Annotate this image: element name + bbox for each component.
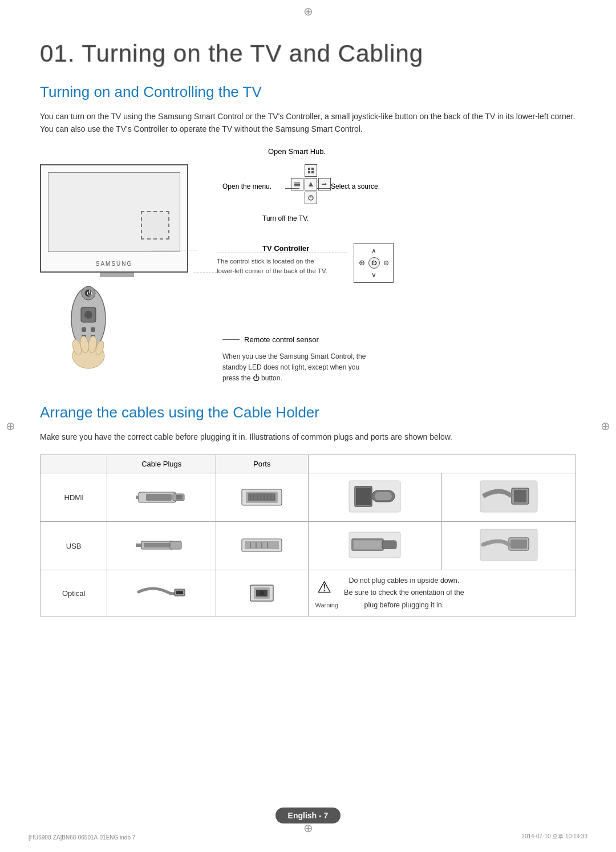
ann-tv-controller: TV Controller xyxy=(262,244,309,253)
table-row: HDMI xyxy=(40,473,576,522)
svg-rect-20 xyxy=(294,184,300,185)
reg-mark-right: ⊕ xyxy=(601,419,610,433)
svg-rect-70 xyxy=(176,591,183,594)
col-cable-plugs-header: Cable Plugs xyxy=(107,455,216,473)
reg-mark-left: ⊕ xyxy=(6,419,15,433)
ann-open-menu: Open the menu. xyxy=(222,182,271,190)
optical-port-cell xyxy=(216,570,308,616)
section2-title: Arrange the cables using the Cable Holde… xyxy=(40,404,576,421)
tv-section: SAMSUNG xyxy=(40,147,217,392)
tv-illustration: SAMSUNG xyxy=(40,164,188,273)
cable-table: Cable Plugs Ports HDMI xyxy=(40,455,576,616)
svg-rect-19 xyxy=(294,182,300,184)
controller-buttons xyxy=(291,164,331,204)
page: ⊕ ⊕ ⊕ ⊕ 01. Turning on the TV and Cablin… xyxy=(0,0,616,852)
warning-text: Do not plug cables in upside down. Be su… xyxy=(344,575,464,611)
svg-rect-51 xyxy=(514,490,526,502)
reg-mark-top: ⊕ xyxy=(303,5,313,18)
ctrl-power-icon: ⏻ xyxy=(368,257,380,269)
svg-rect-6 xyxy=(91,327,95,332)
section2-body: Make sure you have the correct cable bef… xyxy=(40,431,576,443)
section1-body: You can turn on the TV using the Samsung… xyxy=(40,110,576,136)
dotted-line-controller xyxy=(194,273,217,273)
open-menu-line xyxy=(285,188,299,189)
svg-rect-31 xyxy=(176,495,183,500)
hdmi-photo-1 xyxy=(308,473,442,522)
table-row: Optical xyxy=(40,570,576,616)
ann-select-source: Select a source. xyxy=(331,182,380,190)
usb-photo-plug-svg xyxy=(343,526,406,563)
svg-rect-65 xyxy=(382,541,396,549)
dotted-line-sensor xyxy=(152,250,197,250)
ann-turn-off: Turn off the TV. xyxy=(262,214,309,222)
usb-plug-cell xyxy=(107,522,216,570)
svg-rect-27 xyxy=(310,196,311,197)
svg-rect-5 xyxy=(82,327,86,332)
svg-rect-46 xyxy=(356,488,371,505)
svg-rect-48 xyxy=(375,492,392,500)
svg-rect-21 xyxy=(294,185,300,186)
warning-cell: ⚠ Warning Do not plug cables in upside d… xyxy=(308,570,576,616)
svg-rect-54 xyxy=(170,541,181,549)
remote-control-area: ⏻ xyxy=(57,282,120,375)
svg-rect-16 xyxy=(311,168,314,170)
optical-plug-cell xyxy=(107,570,216,616)
svg-point-74 xyxy=(260,591,264,595)
footer-file-info: [HU6900-ZA]BN68-06501A-01ENG.indb 7 xyxy=(29,834,135,841)
col-label-header xyxy=(40,455,107,473)
svg-point-4 xyxy=(84,311,92,319)
remote-svg: ⏻ xyxy=(57,282,120,373)
svg-rect-64 xyxy=(354,541,382,549)
page-title: 01. Turning on the TV and Cabling xyxy=(40,40,576,67)
hdmi-photo-port-svg xyxy=(477,478,540,515)
section1-title: Turning on and Controlling the TV xyxy=(40,83,576,101)
col-ports-header: Ports xyxy=(216,455,308,473)
svg-marker-24 xyxy=(325,183,327,185)
ann-remote-sensor-label: Remote control sensor xyxy=(222,335,319,346)
usb-photo-port-svg xyxy=(477,526,540,563)
svg-rect-68 xyxy=(510,539,527,549)
svg-rect-18 xyxy=(311,171,314,173)
ann-open-smart-hub: Open Smart Hub. xyxy=(268,147,326,156)
hdmi-label: HDMI xyxy=(40,473,107,522)
footer-badge: English - 7 xyxy=(275,808,341,823)
hdmi-port-cell xyxy=(216,473,308,522)
hdmi-plug-svg xyxy=(136,484,187,509)
hdmi-photo-plug-svg xyxy=(343,478,406,515)
optical-plug-svg xyxy=(136,579,187,605)
warning-label: Warning xyxy=(315,601,339,611)
footer-date: 2014-07-10 오후 10:19:33 xyxy=(521,833,587,841)
ctrl-up-icon: ∧ xyxy=(371,247,376,255)
svg-rect-53 xyxy=(144,543,171,547)
svg-rect-17 xyxy=(308,171,310,173)
tv-controller-physical: ∧ ⊕ ⏻ ⊖ ∨ xyxy=(354,243,394,283)
annotations-section: Open Smart Hub. xyxy=(217,147,576,392)
dotted-tv-ctrl xyxy=(217,253,348,253)
diagram-container: SAMSUNG xyxy=(40,147,576,392)
usb-port-svg xyxy=(239,532,285,558)
ctrl-right-icon: ⊖ xyxy=(383,259,389,267)
tv-stand xyxy=(100,273,134,277)
ctrl-down-icon: ∨ xyxy=(371,271,376,279)
svg-rect-29 xyxy=(146,494,172,501)
usb-photo-2 xyxy=(442,522,576,570)
usb-plug-svg xyxy=(136,532,187,558)
optical-label: Optical xyxy=(40,570,107,616)
select-source-line xyxy=(317,188,331,189)
cable-section: Arrange the cables using the Cable Holde… xyxy=(40,404,576,616)
svg-rect-15 xyxy=(308,168,310,170)
col-photos-header xyxy=(308,455,576,473)
usb-label: USB xyxy=(40,522,107,570)
usb-port-cell xyxy=(216,522,308,570)
usb-photo-1 xyxy=(308,522,442,570)
joystick-box xyxy=(141,211,169,240)
samsung-label: SAMSUNG xyxy=(96,261,133,267)
optical-port-svg xyxy=(239,579,285,605)
ctrl-left-icon: ⊕ xyxy=(359,258,365,267)
warning-icon: ⚠ xyxy=(317,575,331,601)
ann-control-stick: The control stick is located on the lowe… xyxy=(217,257,327,277)
hdmi-photo-2 xyxy=(442,473,576,522)
svg-marker-22 xyxy=(309,182,313,186)
ann-remote-sensor-desc: When you use the Samsung Smart Control, … xyxy=(222,351,366,384)
hdmi-plug-cell xyxy=(107,473,216,522)
